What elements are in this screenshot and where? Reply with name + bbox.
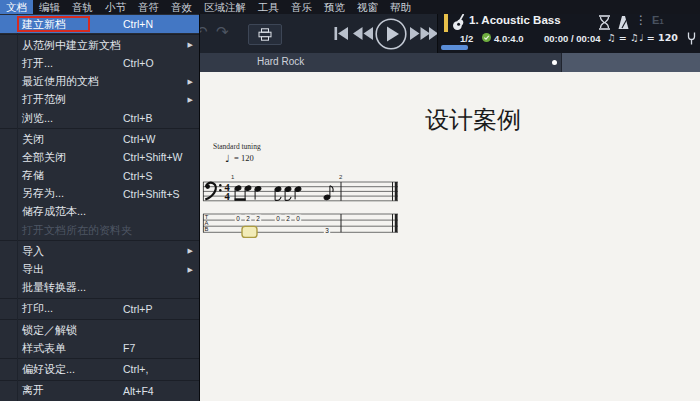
- menubar-item-11[interactable]: 视窗: [351, 0, 384, 14]
- menubar-item-10[interactable]: 预览: [318, 0, 351, 14]
- menu-item-label: 样式表单: [22, 341, 66, 356]
- menu-item-23[interactable]: 样式表单F7: [0, 339, 199, 357]
- fret-number[interactable]: 0: [236, 215, 240, 222]
- octave-indicator: E1: [652, 14, 664, 26]
- track-scrollbar-thumb[interactable]: [441, 45, 468, 50]
- track-overflow-menu-icon[interactable]: ⋮: [635, 13, 647, 27]
- menu-item-shortcut: Ctrl+B: [123, 112, 152, 124]
- menu-item-shortcut: Ctrl+Shift+W: [123, 151, 183, 163]
- menubar-item-2[interactable]: 编辑: [33, 0, 66, 14]
- menu-separator: [0, 380, 199, 381]
- skip-start-button[interactable]: [334, 27, 349, 40]
- menubar-item-1[interactable]: 文档: [0, 0, 33, 14]
- tab-clef: T A B: [205, 214, 209, 232]
- menubar-item-9[interactable]: 音乐: [285, 0, 318, 14]
- print-button[interactable]: [248, 24, 282, 45]
- menu-item-9[interactable]: 关闭Ctrl+W: [0, 130, 199, 148]
- menubar-item-3[interactable]: 音轨: [66, 0, 99, 14]
- track-color-bar: [444, 14, 448, 32]
- metronome-icon[interactable]: [617, 15, 630, 30]
- menu-item-3[interactable]: 从范例中建立新文档▶: [0, 36, 199, 54]
- note-equation[interactable]: ♫ = ♫: [607, 32, 639, 43]
- fret-number-extra[interactable]: 3: [325, 227, 329, 234]
- menu-item-label: 锁定／解锁: [22, 323, 77, 338]
- menu-separator: [0, 34, 199, 35]
- menu-item-4[interactable]: 打开...Ctrl+O: [0, 54, 199, 72]
- tab-hard-rock[interactable]: Hard Rock: [200, 53, 562, 72]
- menubar-item-5[interactable]: 音符: [132, 0, 165, 14]
- menubar-item-7[interactable]: 区域注解: [198, 0, 252, 14]
- menu-item-18[interactable]: 批量转换器...: [0, 279, 199, 297]
- time-signature-indicator: 4.0:4.0: [494, 33, 524, 44]
- redo-icon[interactable]: ↷: [216, 23, 229, 41]
- menu-item-shortcut: Ctrl+P: [123, 303, 152, 315]
- measure-number-2: 2: [339, 174, 343, 180]
- fret-number[interactable]: 0: [276, 215, 280, 222]
- menu-item-label: 批量转换器...: [22, 280, 86, 295]
- play-button[interactable]: [374, 17, 408, 51]
- unsaved-indicator-dot: [552, 60, 557, 65]
- menu-item-label: 导出: [22, 262, 44, 277]
- menu-item-27[interactable]: 离开Alt+F4: [0, 382, 199, 400]
- menubar-item-6[interactable]: 音效: [165, 0, 198, 14]
- menu-item-22[interactable]: 锁定／解锁: [0, 321, 199, 339]
- menu-item-7[interactable]: 浏览...Ctrl+B: [0, 109, 199, 127]
- menu-item-shortcut: Ctrl+,: [123, 363, 148, 375]
- menu-item-13[interactable]: 储存成范本...: [0, 203, 199, 221]
- menu-separator: [0, 240, 199, 241]
- menu-item-shortcut: Ctrl+W: [123, 133, 155, 145]
- menu-item-shortcut: F7: [123, 342, 135, 354]
- menu-item-label: 偏好设定...: [22, 362, 75, 377]
- menu-item-17[interactable]: 导出▶: [0, 260, 199, 278]
- time-signature-bottom: 4: [224, 191, 230, 202]
- track-name[interactable]: 1. Acoustic Bass: [469, 14, 561, 26]
- menu-item-5[interactable]: 最近使用的文档▶: [0, 73, 199, 91]
- tuning-label: Standard tuning: [213, 142, 261, 151]
- menu-separator: [0, 128, 199, 129]
- menu-item-25[interactable]: 偏好设定...Ctrl+,: [0, 360, 199, 378]
- notation-staff: [203, 182, 398, 201]
- menu-item-shortcut: Alt+F4: [123, 385, 154, 397]
- menu-item-12[interactable]: 另存为...Ctrl+Shift+S: [0, 185, 199, 203]
- menu-item-10[interactable]: 全部关闭Ctrl+Shift+W: [0, 148, 199, 166]
- fret-number[interactable]: 2: [256, 215, 260, 222]
- fret-number[interactable]: 2: [286, 215, 290, 222]
- tuning-fork-icon[interactable]: [687, 32, 696, 45]
- menu-item-20[interactable]: 打印...Ctrl+P: [0, 300, 199, 318]
- menu-item-6[interactable]: 打开范例▶: [0, 91, 199, 109]
- position-indicator: 1/2: [460, 33, 473, 44]
- menubar-item-8[interactable]: 工具: [252, 0, 285, 14]
- menu-item-label: 最近使用的文档: [22, 74, 99, 89]
- submenu-arrow-icon: ▶: [188, 266, 193, 274]
- menubar-item-4[interactable]: 小节: [99, 0, 132, 14]
- menu-item-label: 储存成范本...: [22, 204, 86, 219]
- rewind-button[interactable]: [353, 27, 373, 40]
- menu-item-1[interactable]: 建立新档Ctrl+N: [0, 15, 199, 33]
- menu-item-label: 导入: [22, 244, 44, 259]
- fret-number[interactable]: 2: [246, 215, 250, 222]
- measure-number-1: 1: [231, 174, 235, 180]
- menu-item-label: 存储: [22, 168, 44, 183]
- menu-item-label: 打开...: [22, 56, 53, 71]
- submenu-arrow-icon: ▶: [188, 96, 193, 104]
- fret-number[interactable]: 0: [296, 215, 300, 222]
- submenu-arrow-icon: ▶: [188, 41, 193, 49]
- menu-item-label: 打开文档所在的资料夹: [22, 223, 132, 238]
- fast-forward-button[interactable]: [410, 27, 430, 40]
- menu-item-label: 从范例中建立新文档: [22, 38, 121, 53]
- countdown-hourglass-icon[interactable]: [598, 15, 611, 30]
- menu-bar: 文档编辑音轨小节音符音效区域注解工具音乐预览视窗帮助: [0, 0, 700, 14]
- menu-item-11[interactable]: 存储Ctrl+S: [0, 167, 199, 185]
- menubar-item-12[interactable]: 帮助: [384, 0, 417, 14]
- menu-item-16[interactable]: 导入▶: [0, 242, 199, 260]
- playback-status-row: 1/2 4.0:4.0 00:00 / 00:04 ♫ = ♫ ♩ = 120: [438, 31, 700, 47]
- menu-item-label: 打印...: [22, 301, 53, 316]
- score-title: 设计案例: [425, 107, 521, 133]
- document-tab-bar: Hard Rock: [200, 53, 700, 72]
- menu-item-label: 离开: [22, 383, 44, 398]
- selection-cursor[interactable]: [242, 226, 257, 237]
- menu-item-label: 打开范例: [22, 92, 66, 107]
- menu-separator: [0, 319, 199, 320]
- svg-text:B: B: [205, 226, 209, 232]
- tempo-display[interactable]: ♩ = 120: [639, 32, 678, 43]
